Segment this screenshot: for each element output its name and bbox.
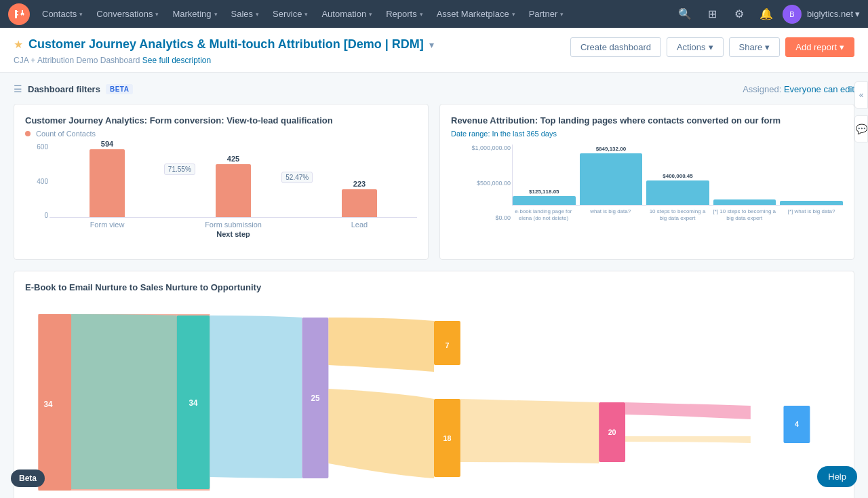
sankey-svg: 34 34 25 [25, 301, 843, 497]
see-full-description-link[interactable]: See full description [142, 56, 211, 65]
chart2-title: Revenue Attribution: Top landing pages w… [451, 115, 843, 126]
assigned-link[interactable]: Everyone can edit [784, 84, 854, 94]
chevron-down-icon: ▾ [840, 42, 844, 52]
chevron-down-icon: ▾ [155, 11, 159, 18]
h-bar-5 [780, 201, 843, 205]
create-dashboard-button[interactable]: Create dashboard [570, 37, 661, 57]
share-button[interactable]: Share ▾ [729, 37, 781, 57]
dropdown-icon[interactable]: ▾ [429, 39, 434, 50]
title-row: ★ Customer Journey Analytics & Multi-tou… [14, 37, 434, 52]
page-header: ★ Customer Journey Analytics & Multi-tou… [0, 28, 868, 73]
avatar[interactable]: B [783, 5, 802, 24]
star-icon[interactable]: ★ [14, 38, 23, 51]
filter-left: ☰ Dashboard filters BETA [14, 83, 133, 94]
bar-form-submission-bar [216, 164, 251, 217]
bar-lead-bar [342, 189, 377, 217]
chart1-title: Customer Journey Analytics: Form convers… [25, 115, 417, 126]
h-bar-1: $125,118.05 [513, 189, 576, 205]
svg-text:34: 34 [44, 400, 53, 409]
nav-bar: Contacts ▾ Conversations ▾ Marketing ▾ S… [0, 0, 868, 28]
notifications-icon[interactable]: 🔔 [755, 3, 777, 25]
marketplace-icon[interactable]: ⊞ [701, 3, 723, 25]
svg-text:4: 4 [795, 420, 799, 428]
nav-marketing[interactable]: Marketing ▾ [165, 0, 224, 28]
hubspot-logo[interactable] [8, 3, 30, 25]
chart2-subtitle: Date range: In the last 365 days [451, 130, 843, 138]
svg-text:7: 7 [445, 341, 449, 349]
chevron-down-icon: ▾ [765, 42, 770, 52]
chevron-down-icon: ▾ [214, 11, 218, 18]
assigned-prefix: Assigned: [743, 84, 781, 94]
dashboard-body: ☰ Dashboard filters BETA Assigned: Every… [0, 73, 868, 498]
beta-bottom-button[interactable]: Beta [11, 470, 45, 487]
nav-user-label[interactable]: biglytics.net ▾ [807, 9, 860, 19]
h-bar-2: $849,132.00 [580, 146, 643, 205]
conversion-tag-2: 52.47% [281, 172, 313, 183]
add-report-button[interactable]: Add report ▾ [785, 37, 854, 57]
nav-service[interactable]: Service ▾ [266, 0, 315, 28]
header-left: ★ Customer Journey Analytics & Multi-tou… [14, 37, 434, 65]
chevron-down-icon: ▾ [855, 9, 860, 19]
chart1-card: Customer Journey Analytics: Form convers… [14, 104, 429, 260]
svg-text:25: 25 [311, 394, 319, 403]
page-title: Customer Journey Analytics & Multi-touch… [28, 37, 424, 52]
filter-icon: ☰ [14, 83, 22, 94]
legend-dot [25, 131, 31, 136]
chevron-down-icon: ▾ [709, 42, 713, 52]
bar-form-view: 594 [50, 140, 165, 217]
nav-sales[interactable]: Sales ▾ [224, 0, 267, 28]
settings-icon[interactable]: ⚙ [728, 3, 750, 25]
chat-button[interactable]: 💬 [854, 115, 868, 142]
chevron-down-icon: ▾ [560, 11, 564, 18]
nav-items: Contacts ▾ Conversations ▾ Marketing ▾ S… [35, 0, 674, 28]
chart1-legend: Count of Contacts [36, 130, 96, 138]
nav-right: 🔍 ⊞ ⚙ 🔔 B biglytics.net ▾ [674, 3, 860, 25]
chevron-down-icon: ▾ [512, 11, 515, 18]
svg-text:B: B [789, 10, 794, 18]
conversion-tag-1: 71.55% [164, 164, 195, 175]
nav-conversations[interactable]: Conversations ▾ [90, 0, 165, 28]
svg-text:34: 34 [189, 398, 198, 408]
chevron-down-icon: ▾ [79, 11, 83, 18]
beta-badge: BETA [106, 84, 133, 94]
filter-label: Dashboard filters [28, 84, 100, 94]
h-bar-4 [713, 199, 776, 205]
svg-point-0 [8, 3, 30, 25]
h-bar-3: $400,000.45 [646, 173, 709, 205]
filter-right: Assigned: Everyone can edit [743, 84, 854, 94]
breadcrumb: CJA + Attribution Demo Dashboard See ful… [14, 56, 434, 65]
nav-asset-marketplace[interactable]: Asset Marketplace ▾ [430, 0, 522, 28]
filter-bar: ☰ Dashboard filters BETA Assigned: Every… [14, 83, 854, 94]
help-button[interactable]: Help [817, 466, 857, 487]
bar-form-view-bar [90, 149, 125, 217]
chart2-card: Revenue Attribution: Top landing pages w… [439, 104, 854, 260]
chevron-down-icon: ▾ [256, 11, 259, 18]
next-step-label: Next step [50, 230, 417, 238]
chat-icon: 💬 [856, 123, 867, 134]
charts-row: Customer Journey Analytics: Form convers… [14, 104, 854, 260]
nav-contacts[interactable]: Contacts ▾ [35, 0, 90, 28]
sankey-title: E-Book to Email Nurture to Sales Nurture… [25, 282, 843, 292]
chevron-down-icon: ▾ [304, 11, 308, 18]
nav-reports[interactable]: Reports ▾ [379, 0, 430, 28]
search-icon[interactable]: 🔍 [674, 3, 696, 25]
bar-lead: 223 [302, 180, 417, 217]
collapse-button[interactable]: « [854, 81, 868, 109]
sankey-card: E-Book to Email Nurture to Sales Nurture… [14, 271, 854, 498]
chevron-down-icon: ▾ [420, 11, 423, 18]
chevron-down-icon: ▾ [369, 11, 372, 18]
svg-text:20: 20 [608, 428, 616, 436]
nav-partner[interactable]: Partner ▾ [522, 0, 571, 28]
nav-automation[interactable]: Automation ▾ [315, 0, 379, 28]
actions-button[interactable]: Actions ▾ [667, 37, 724, 57]
header-actions: Create dashboard Actions ▾ Share ▾ Add r… [570, 37, 854, 57]
svg-text:18: 18 [443, 434, 452, 442]
